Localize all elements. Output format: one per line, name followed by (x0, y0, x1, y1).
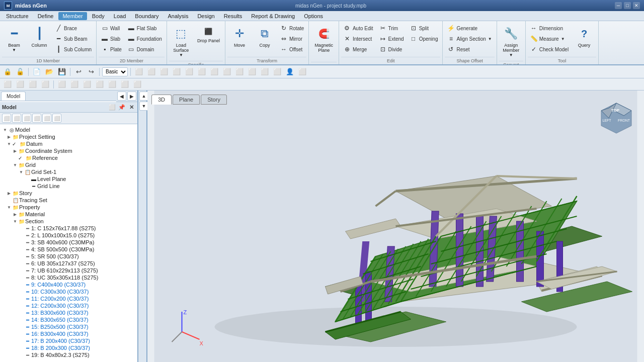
tb-view13[interactable]: 👤 (284, 67, 295, 77)
tree-item-s2[interactable]: ━ 2: L 100x100x15.0 (S275) (0, 232, 137, 239)
model-tab[interactable]: Model (1, 92, 26, 101)
pi-btn2[interactable]: ⬜ (12, 114, 21, 123)
rotate-button[interactable]: ↻ Rotate (278, 23, 306, 33)
tree-item-s3[interactable]: ━ 3: SB 400x600 (C30MPa) (0, 239, 137, 246)
sub-column-button[interactable]: ┃ Sub Column (52, 44, 94, 54)
tb-view8[interactable]: ⬜ (221, 67, 232, 77)
tree-item-s7[interactable]: ━ 7: UB 610x229x113 (S275) (0, 267, 137, 274)
tb-view7[interactable]: ⬜ (209, 67, 220, 77)
tree-item-grid-line[interactable]: ━ Grid Line (0, 183, 137, 190)
panel-pin-button[interactable]: 📌 (118, 103, 126, 111)
split-button[interactable]: ⊡ Split (408, 23, 441, 33)
expand-grid[interactable]: ▼ (12, 163, 18, 167)
column-button[interactable]: ┃ Column (27, 23, 51, 50)
tab-story[interactable]: Story (201, 95, 227, 105)
tb2-7[interactable]: ⬜ (82, 79, 93, 89)
expand-section[interactable]: ▼ (12, 219, 18, 224)
wall-button[interactable]: ▭ Wall (99, 23, 124, 33)
tree-item-grid[interactable]: ▼ 📁 Grid (0, 161, 137, 168)
tree-item-model[interactable]: ▼ ◎ Model (0, 126, 137, 133)
tree-item-grid-set1[interactable]: ▼ 📋 Grid Set-1 (0, 168, 137, 175)
tb-view10[interactable]: ⬜ (247, 67, 258, 77)
tree-item-s10[interactable]: ━ 10: C300x300 (C30/37) (0, 288, 137, 295)
query-button[interactable]: ? Query (572, 23, 596, 50)
measure-button[interactable]: 📏 Measure ▼ (528, 34, 571, 44)
tb-new[interactable]: 📄 (31, 67, 42, 77)
menu-design[interactable]: Design (193, 12, 218, 20)
merge-button[interactable]: ⊕ Merge (341, 44, 376, 54)
reset-button[interactable]: ↺ Reset (445, 44, 494, 54)
tree-item-tracing-set[interactable]: 📋 Tracing Set (0, 197, 137, 204)
tb2-10[interactable]: ⬜ (119, 79, 130, 89)
tree-item-s16[interactable]: ━ 16: B300x400 (C30/37) (0, 330, 137, 337)
tb-save[interactable]: 💾 (56, 67, 67, 77)
close-button[interactable]: ✕ (633, 2, 640, 9)
expand-property[interactable]: ▼ (6, 205, 12, 210)
copy-button[interactable]: ⧉ Copy (253, 23, 277, 50)
expand-grid-set1[interactable]: ▼ (18, 170, 24, 174)
opening-button[interactable]: □ Opening (408, 34, 441, 44)
drop-panel-button[interactable]: ⬛ Drop Panel (194, 23, 223, 45)
tree-item-s12[interactable]: ━ 12: C200x300 (C30/37) (0, 302, 137, 309)
load-surface-button[interactable]: ⬚ Load Surface ▼ (169, 23, 193, 60)
pi-btn4[interactable]: ⬜ (32, 114, 41, 123)
sub-beam-button[interactable]: ━ Sub Beam (52, 34, 94, 44)
tree-item-s11[interactable]: ━ 11: C200x200 (C30/37) (0, 295, 137, 302)
tree-item-level-plane[interactable]: ▬ Level Plane (0, 175, 137, 183)
tb2-3[interactable]: ⬜ (27, 79, 38, 89)
tree-item-property[interactable]: ▼ 📁 Property (0, 204, 137, 211)
tree-item-section[interactable]: ▼ 📁 Section (0, 218, 137, 225)
tb-view4[interactable]: ⬜ (171, 67, 182, 77)
menu-analysis[interactable]: Analysis (164, 12, 192, 20)
tree-item-s4[interactable]: ━ 4: SB 500x500 (C30MPa) (0, 246, 137, 253)
auto-edit-button[interactable]: ⚙ Auto Edit (341, 23, 376, 33)
tree-panel[interactable]: ▼ ◎ Model ▶ 📁 Project Setting ▼ ✓ 📁 Datu… (0, 124, 137, 362)
tb-view2[interactable]: ⬜ (146, 67, 157, 77)
check-model-button[interactable]: ✓ Check Model (528, 44, 571, 54)
maximize-button[interactable]: □ (624, 2, 631, 9)
offset-button[interactable]: ↔ Offset (278, 44, 306, 54)
tb-view5[interactable]: ⬜ (184, 67, 195, 77)
tree-item-s19[interactable]: ━ 19: B 40x80x2.3 (S275) (0, 351, 137, 358)
tree-item-s9[interactable]: ━ 9: C400x400 (C30/37) (0, 281, 137, 288)
menu-results[interactable]: Results (220, 12, 247, 20)
brace-button[interactable]: ╱ Brace (52, 23, 94, 33)
tree-item-s8[interactable]: ━ 8: UC 305x305x118 (S275) (0, 274, 137, 281)
divide-button[interactable]: ⊡ Divide (377, 44, 407, 54)
panel-down-button[interactable]: ▶ (127, 92, 136, 101)
tree-item-material[interactable]: ▶ 📁 Material (0, 211, 137, 218)
menu-report[interactable]: Report & Drawing (247, 12, 299, 20)
tree-item-s18[interactable]: ━ 18: B 200x300 (C30/37) (0, 344, 137, 351)
menu-member[interactable]: Member (58, 12, 87, 20)
unlock-button[interactable]: 🔓 (15, 67, 26, 77)
expand-model[interactable]: ▼ (2, 128, 8, 132)
move-button[interactable]: ✛ Move (227, 23, 252, 50)
panel-close-button[interactable]: ✕ (127, 103, 135, 111)
viewport[interactable]: 3D Plane Story (147, 90, 644, 362)
tb-view6[interactable]: ⬜ (196, 67, 207, 77)
view-mode-select[interactable]: Basic (102, 67, 128, 76)
foundation-button[interactable]: ▬ Foundation (125, 34, 165, 44)
slab-button[interactable]: ▬ Slab (99, 34, 124, 44)
dimension-button[interactable]: ↔ Dimension (528, 23, 571, 33)
tb2-2[interactable]: ⬜ (15, 79, 26, 89)
tab-3d[interactable]: 3D (151, 95, 172, 105)
tree-item-story[interactable]: ▶ 📁 Story (0, 190, 137, 197)
tb2-9[interactable]: ⬜ (107, 79, 118, 89)
tb2-5[interactable]: ⬜ (56, 79, 67, 89)
tb2-6[interactable]: ⬜ (69, 79, 80, 89)
tb-view9[interactable]: ⬜ (234, 67, 245, 77)
tb2-11[interactable]: ⬜ (132, 79, 143, 89)
menu-boundary[interactable]: Boundary (131, 12, 163, 20)
menu-options[interactable]: Options (300, 12, 327, 20)
expand-story[interactable]: ▶ (6, 191, 12, 196)
tree-item-s5[interactable]: ━ 5: SR 500 (C30/37) (0, 253, 137, 260)
tree-item-datum[interactable]: ▼ ✓ 📁 Datum (0, 140, 137, 147)
menu-load[interactable]: Load (110, 12, 130, 20)
assign-member-button[interactable]: 🔧 Assign Member ▼ (499, 23, 523, 60)
tree-item-s6[interactable]: ━ 6: UB 305x127x37 (S275) (0, 260, 137, 267)
pi-btn1[interactable]: ⬜ (2, 114, 11, 123)
tb-redo[interactable]: ↪ (86, 67, 97, 77)
menu-body[interactable]: Body (88, 12, 109, 20)
expand-material[interactable]: ▶ (12, 212, 18, 217)
